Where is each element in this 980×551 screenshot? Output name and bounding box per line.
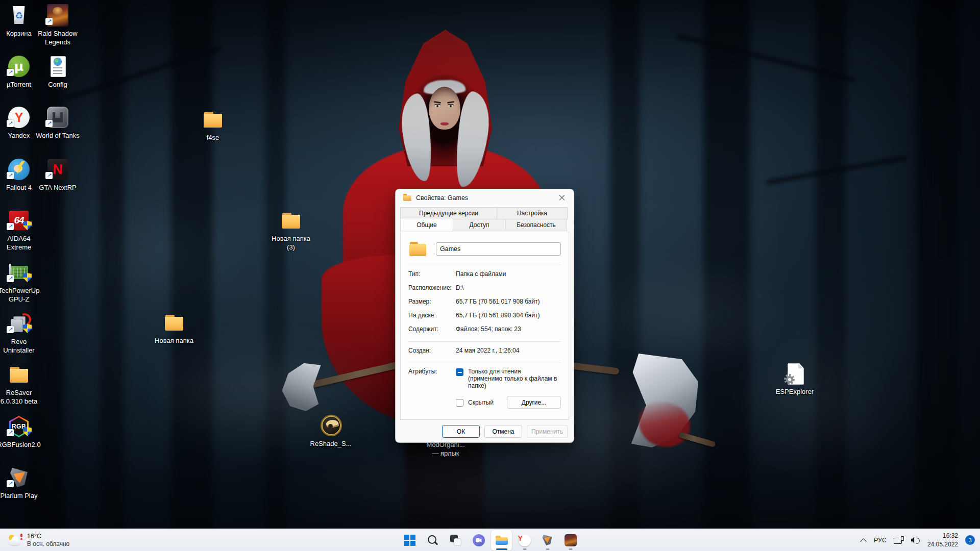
language-indicator[interactable]: РУС bbox=[874, 537, 887, 544]
desktop-icon-recycle[interactable]: ♻Корзина bbox=[0, 3, 41, 38]
property-label: На диске: bbox=[408, 312, 456, 319]
desktop-icon-label: Raid Shadow Legends bbox=[36, 30, 80, 46]
properties-row: Создан:24 мая 2022 г., 1:26:04 bbox=[408, 343, 561, 357]
property-value: D:\ bbox=[456, 284, 561, 291]
cancel-button[interactable]: Отмена bbox=[484, 425, 522, 438]
desktop-icon-folder[interactable]: ReSaver 6.0.310 beta bbox=[0, 362, 41, 406]
desktop-icon-label: ReShade_S... bbox=[310, 440, 352, 448]
aida-glyph: 64 bbox=[14, 215, 23, 226]
volume-icon[interactable] bbox=[911, 536, 920, 544]
fallout-icon: ↗ bbox=[7, 157, 31, 182]
desktop-icon-folder[interactable]: Новая папка (3) bbox=[269, 208, 313, 252]
desktop-icon-config[interactable]: Config bbox=[36, 54, 80, 89]
desktop-icon-label: ModOrgani... — ярлык bbox=[424, 441, 468, 458]
desktop-icon-label: Новая папка (3) bbox=[269, 235, 313, 252]
taskbar-button-start[interactable] bbox=[399, 530, 420, 550]
shortcut-arrow-icon: ↗ bbox=[45, 120, 53, 127]
attributes-row: Атрибуты: Только для чтения (применимо т… bbox=[408, 365, 561, 409]
wot-icon: ↗ bbox=[45, 105, 70, 130]
yandex-icon: Y↗ bbox=[7, 105, 31, 130]
desktop-icon-label: f4se bbox=[207, 134, 219, 142]
start-icon bbox=[403, 534, 416, 547]
recycle-icon: ♻ bbox=[7, 3, 31, 28]
gear-icon bbox=[784, 374, 795, 385]
dialog-footer: ОК Отмена Применить bbox=[396, 420, 574, 442]
weather-temperature: 16°C bbox=[27, 532, 69, 540]
desktop-icon-aida[interactable]: 64↗AIDA64 Extreme bbox=[0, 208, 41, 252]
tray-overflow-chevron-icon[interactable] bbox=[860, 537, 867, 544]
desktop-screen: ♻Корзина↗Raid Shadow Legendsµ↗µTorrentCo… bbox=[0, 0, 980, 551]
desktop-icon-plarium[interactable]: ↗Plarium Play bbox=[0, 465, 41, 500]
clock[interactable]: 16:32 24.05.2022 bbox=[927, 532, 958, 548]
folder-name-input[interactable] bbox=[436, 242, 561, 256]
shortcut-arrow-icon: ↗ bbox=[7, 326, 14, 333]
readonly-label: Только для чтения bbox=[468, 368, 521, 375]
desktop-icon-esp[interactable]: ESPExplorer bbox=[773, 361, 817, 396]
taskbar-button-yandex-browser[interactable]: Y bbox=[514, 530, 535, 550]
desktop-icon-wot[interactable]: ↗World of Tanks bbox=[36, 105, 80, 140]
separator bbox=[408, 363, 561, 363]
desktop-icon-yandex[interactable]: Y↗Yandex bbox=[0, 105, 41, 140]
ok-button[interactable]: ОК bbox=[442, 425, 480, 438]
desktop-icon-revo[interactable]: ↗Revo Uninstaller bbox=[0, 311, 41, 355]
desktop-icon-fallout[interactable]: ↗Fallout 4 bbox=[0, 157, 41, 192]
desktop-icon-folder[interactable]: Новая папка bbox=[152, 310, 196, 345]
running-indicator bbox=[523, 548, 526, 550]
other-attributes-button[interactable]: Другие... bbox=[507, 396, 561, 409]
dialog-titlebar[interactable]: Свойства: Games bbox=[396, 189, 574, 206]
taskbar-button-raid-shadow-legends[interactable] bbox=[560, 530, 581, 550]
rgb-icon: RGB↗ bbox=[7, 414, 31, 439]
dialog-tab[interactable]: Общие bbox=[400, 218, 453, 232]
property-value: Папка с файлами bbox=[456, 270, 561, 278]
desktop-icon-label: World of Tanks bbox=[36, 132, 80, 140]
revo-icon: ↗ bbox=[7, 311, 31, 336]
uac-shield-icon bbox=[23, 221, 32, 230]
taskbar-button-file-explorer[interactable] bbox=[491, 530, 512, 550]
desktop-icon-raid[interactable]: ↗Raid Shadow Legends bbox=[36, 3, 80, 46]
clock-time: 16:32 bbox=[943, 532, 958, 539]
folder-large-icon bbox=[408, 239, 429, 259]
shortcut-arrow-icon: ↗ bbox=[45, 18, 53, 25]
desktop-icon-label: µTorrent bbox=[7, 81, 31, 89]
network-icon[interactable] bbox=[894, 536, 904, 544]
esp-icon bbox=[782, 361, 807, 386]
properties-dialog: Свойства: Games Предыдущие версииНастрой… bbox=[395, 189, 574, 443]
close-icon bbox=[559, 195, 565, 201]
dialog-tab[interactable]: Безопасность bbox=[505, 219, 567, 231]
property-value: 65,7 ГБ (70 561 017 908 байт) bbox=[456, 298, 561, 305]
desktop-icon-rgb[interactable]: RGB↗RGBFusion2.0 bbox=[0, 414, 41, 449]
taskbar-button-chat[interactable] bbox=[468, 530, 489, 550]
notification-badge[interactable]: 3 bbox=[965, 535, 975, 545]
desktop-icon-folder[interactable]: f4se bbox=[191, 107, 235, 142]
utorrent-glyph: µ bbox=[14, 59, 23, 74]
readonly-checkbox[interactable] bbox=[456, 368, 463, 376]
yandex-glyph: Y bbox=[518, 534, 523, 542]
apply-button: Применить bbox=[527, 425, 568, 438]
taskbar-button-search[interactable] bbox=[422, 530, 443, 550]
yandex-glyph: Y bbox=[15, 110, 23, 125]
desktop-icon-reshade[interactable]: ReShade_S... bbox=[309, 413, 353, 448]
dialog-title: Свойства: Games bbox=[416, 194, 468, 202]
dialog-tab[interactable]: Настройка bbox=[497, 207, 568, 219]
weather-widget[interactable]: 16°C В осн. облачно bbox=[4, 529, 74, 551]
reshade-icon bbox=[318, 413, 343, 438]
hidden-checkbox[interactable] bbox=[456, 399, 463, 407]
search-icon bbox=[426, 534, 439, 547]
property-label: Создан: bbox=[408, 347, 456, 354]
desktop-icon-label: Plarium Play bbox=[1, 492, 38, 500]
properties-row: Тип:Папка с файлами bbox=[408, 267, 561, 281]
desktop-icon-label: Fallout 4 bbox=[6, 184, 32, 192]
desktop-icon-label: RGBFusion2.0 bbox=[0, 441, 41, 449]
taskbar-button-plarium-play[interactable] bbox=[537, 530, 558, 550]
desktop-icon-utorrent[interactable]: µ↗µTorrent bbox=[0, 54, 41, 89]
dialog-tab[interactable]: Доступ bbox=[453, 219, 506, 231]
shortcut-arrow-icon: ↗ bbox=[7, 69, 14, 76]
taskbar: 16°C В осн. облачно Y РУС 16:32 24.05.20… bbox=[0, 529, 980, 551]
separator bbox=[408, 341, 561, 342]
desktop-icon-gpuz[interactable]: ↗TechPowerUp GPU-Z bbox=[0, 260, 41, 304]
close-button[interactable] bbox=[550, 189, 574, 206]
taskbar-button-task-view[interactable] bbox=[445, 530, 466, 550]
folder-icon bbox=[7, 362, 31, 387]
desktop-icon-gta[interactable]: N↗GTA NextRP bbox=[36, 157, 80, 192]
chat-icon bbox=[472, 534, 485, 547]
